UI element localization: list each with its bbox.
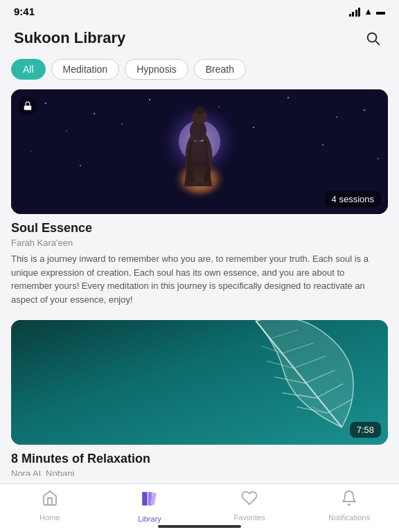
svg-point-7: [287, 97, 289, 98]
bell-icon: [341, 490, 357, 511]
page-title: Sukoon Library: [14, 29, 125, 47]
nav-home-label: Home: [39, 513, 60, 522]
svg-line-1: [375, 41, 379, 44]
signal-icon: [349, 7, 361, 17]
svg-point-3: [45, 103, 46, 104]
card-lock-icon: [18, 96, 37, 116]
nav-library[interactable]: Library: [100, 490, 200, 523]
library-icon: [141, 490, 159, 512]
status-bar: 9:41 ▲ ▬: [0, 0, 399, 20]
nav-notifications[interactable]: Notifications: [299, 490, 399, 522]
svg-rect-23: [24, 105, 32, 109]
battery-icon: ▬: [376, 6, 385, 17]
filter-bar: All Meditation Hypnosis Breath: [0, 59, 399, 89]
page-header: Sukoon Library: [0, 20, 399, 59]
filter-meditation[interactable]: Meditation: [51, 59, 120, 80]
card-title-soul-essence: Soul Essence: [11, 221, 388, 236]
svg-point-22: [195, 107, 204, 114]
svg-point-11: [253, 127, 254, 128]
card-title-relaxation: 8 Minutes of Relaxation: [11, 452, 388, 466]
svg-point-16: [378, 158, 379, 159]
svg-point-6: [218, 106, 220, 107]
wifi-icon: ▲: [364, 6, 373, 17]
home-icon: [42, 490, 58, 511]
nav-notifications-label: Notifications: [328, 513, 370, 522]
status-icons: ▲ ▬: [349, 6, 385, 17]
card-desc-soul-essence: This is a journey inward to remember who…: [11, 252, 388, 306]
nav-favorites-label: Favorites: [233, 513, 265, 522]
card-author-relaxation: Nora AL Nobani: [11, 468, 388, 476]
svg-point-4: [94, 113, 95, 114]
card-duration-badge: 7:58: [350, 422, 381, 438]
card-author-soul-essence: Farah Kara'een: [11, 238, 388, 248]
svg-point-12: [364, 109, 365, 111]
card-soul-essence[interactable]: 4 sessions Soul Essence Farah Kara'een T…: [11, 89, 388, 306]
svg-point-8: [336, 116, 337, 118]
card-image-relaxation: 7:58: [11, 320, 388, 445]
relaxation-art: [11, 320, 388, 445]
svg-point-9: [66, 130, 66, 131]
status-time: 9:41: [14, 6, 35, 17]
filter-breath[interactable]: Breath: [194, 59, 246, 80]
svg-point-14: [80, 165, 81, 166]
svg-point-15: [322, 144, 323, 145]
heart-icon: [241, 490, 258, 511]
content-area: 4 sessions Soul Essence Farah Kara'een T…: [0, 89, 399, 476]
svg-rect-59: [142, 492, 148, 506]
home-indicator: [158, 525, 241, 528]
nav-home[interactable]: Home: [0, 490, 100, 522]
filter-hypnosis[interactable]: Hypnosis: [125, 59, 188, 80]
card-sessions-badge: 4 sessions: [325, 191, 381, 207]
svg-point-13: [31, 151, 33, 152]
svg-point-10: [121, 123, 123, 125]
filter-all[interactable]: All: [11, 59, 46, 80]
search-button[interactable]: [360, 26, 385, 51]
nav-favorites[interactable]: Favorites: [200, 490, 299, 522]
card-relaxation[interactable]: 7:58 8 Minutes of Relaxation Nora AL Nob…: [11, 320, 388, 476]
card-image-soul-essence: 4 sessions: [11, 89, 388, 214]
svg-point-5: [149, 99, 150, 100]
nav-library-label: Library: [138, 515, 161, 523]
